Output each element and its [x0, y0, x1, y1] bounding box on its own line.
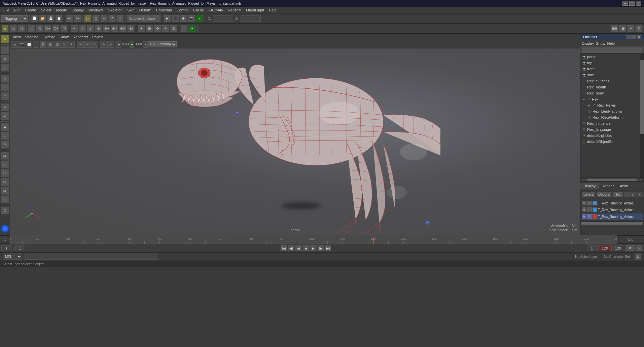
paint-tool[interactable]: ◁: [9, 25, 17, 32]
play-back-btn[interactable]: ◀: [295, 245, 302, 252]
minimize-button[interactable]: ─: [622, 1, 628, 6]
render-btn1[interactable]: ▶: [164, 15, 171, 22]
outliner-show-menu[interactable]: Show: [596, 41, 605, 45]
scale-btn[interactable]: ⤢: [1, 64, 9, 72]
layer-p-btn-3[interactable]: P: [587, 214, 592, 219]
channel-box-btn[interactable]: ▦: [619, 25, 627, 32]
poly-btn[interactable]: △: [1, 75, 9, 83]
outliner-item-rex-group[interactable]: ▶ □ Rex_: [580, 96, 640, 102]
menu-item-skeleton[interactable]: Skeleton: [106, 7, 124, 13]
rotate-manip[interactable]: ↗: [79, 25, 86, 32]
menu-item-help[interactable]: Help: [267, 7, 279, 13]
restore-button[interactable]: □: [629, 1, 635, 6]
go-end-btn[interactable]: ▶|: [325, 245, 331, 252]
shading-menu[interactable]: Shading: [24, 35, 40, 39]
subd-btn[interactable]: ⬡: [1, 92, 9, 100]
panels-menu[interactable]: Panels: [91, 35, 105, 39]
layer-del-btn[interactable]: ✕: [637, 192, 642, 197]
close-button[interactable]: ✕: [636, 1, 641, 6]
snap-view-plane[interactable]: +: [162, 25, 169, 32]
vp-isolate-btn[interactable]: ⊚: [100, 41, 107, 48]
layer-color-1[interactable]: [593, 201, 597, 205]
z-input[interactable]: [241, 15, 261, 22]
layer-btn2[interactable]: L2: [1, 160, 9, 168]
vp-camera-btn[interactable]: 📷: [19, 41, 25, 48]
save-as-button[interactable]: 📋: [55, 15, 63, 22]
select-button[interactable]: ▷: [84, 15, 92, 22]
play-end-input[interactable]: [613, 245, 623, 251]
outliner-item-rex-lleg[interactable]: ⬡ Rex_LlegPlatform: [580, 108, 640, 114]
move-button[interactable]: ✛: [100, 15, 108, 22]
outliner-item-top[interactable]: 📷 top: [580, 60, 640, 66]
outliner-display-menu[interactable]: Display: [582, 41, 594, 45]
paint-weights-btn[interactable]: ✏: [1, 103, 9, 111]
menu-item-create[interactable]: Create: [23, 7, 38, 13]
snap-grid[interactable]: ✦: [138, 25, 145, 32]
lasso-button[interactable]: ⊡: [92, 15, 100, 22]
menu-item-control[interactable]: Control: [175, 7, 190, 13]
outliner-horizontal-scrollbar[interactable]: [580, 178, 644, 182]
preferences-btn[interactable]: ⚙: [635, 253, 641, 260]
lasso-select[interactable]: ⬡●: [44, 25, 51, 32]
new-button[interactable]: 📄: [31, 15, 38, 22]
layers-menu[interactable]: Layers: [582, 192, 595, 197]
display-settings-btn[interactable]: ◉: [1, 123, 9, 131]
layer-up-btn[interactable]: △: [643, 192, 644, 197]
layer-btn3[interactable]: L3: [1, 169, 9, 177]
outliner-item-rex-clutches[interactable]: ⬡ Rex_clutches: [580, 78, 640, 84]
menu-item-redshift[interactable]: Redshift: [226, 7, 243, 13]
sub-frame-input[interactable]: [15, 245, 25, 251]
vp-gamma-icon[interactable]: ●: [143, 41, 148, 48]
select-mode-btn[interactable]: ◈: [1, 35, 9, 43]
render-btn3[interactable]: ⏺: [180, 15, 187, 22]
scale-manip[interactable]: ↙: [87, 25, 94, 32]
menu-item-modify[interactable]: Modify: [54, 7, 69, 13]
layer-v-btn-2[interactable]: V: [582, 207, 586, 212]
redo-button[interactable]: ↪: [74, 15, 81, 22]
help-menu-layer[interactable]: Help: [613, 192, 623, 197]
vp-val2-btn[interactable]: ■: [130, 41, 134, 48]
frame-input[interactable]: [1, 245, 11, 251]
anim-tab[interactable]: Anim: [617, 183, 631, 189]
layer-btn5[interactable]: L5: [1, 187, 9, 195]
layer-p-btn-2[interactable]: P: [587, 207, 592, 212]
history-toggle[interactable]: ⋮: [180, 25, 188, 32]
outliner-item-persp[interactable]: 📷 persp: [580, 54, 640, 60]
menu-item-constrain[interactable]: Constrain: [154, 7, 174, 13]
render-btn2[interactable]: ⬛: [172, 15, 179, 22]
menu-item-deform[interactable]: Deform: [137, 7, 153, 13]
layer-v-btn-1[interactable]: V: [582, 201, 586, 205]
artisan-btn[interactable]: 🖌: [1, 112, 9, 120]
grid-btn[interactable]: ⊞: [1, 132, 9, 140]
render-settings2[interactable]: ●: [188, 25, 196, 32]
outliner-item-rex-language[interactable]: ⬡ Rex_language: [580, 126, 640, 132]
rotate-btn[interactable]: ↺: [1, 55, 9, 63]
outliner-item-rex-body[interactable]: ⬡ Rex_body: [580, 90, 640, 96]
layer-btn6[interactable]: L6: [1, 195, 9, 203]
render-tab[interactable]: Render: [599, 183, 617, 189]
audio-btn[interactable]: ♪: [636, 245, 643, 252]
snap-live[interactable]: ⊡: [170, 25, 177, 32]
layer-color-2[interactable]: [593, 207, 597, 212]
outliner-search-input[interactable]: [582, 47, 643, 53]
nurbs-btn[interactable]: ⌒: [1, 83, 9, 91]
vp-smooth3-btn[interactable]: ③: [91, 41, 98, 48]
menu-item-edit[interactable]: Edit: [12, 7, 23, 13]
save-button[interactable]: 💾: [47, 15, 55, 22]
rect-select[interactable]: ▭: [28, 25, 35, 32]
open-button[interactable]: 📂: [39, 15, 46, 22]
vp-shade-btn[interactable]: ◫: [54, 41, 61, 48]
surface-select[interactable]: ◫: [60, 25, 68, 32]
scale-button[interactable]: ⤢: [116, 15, 124, 22]
move-manip[interactable]: ↖: [71, 25, 78, 32]
tool-settings-btn[interactable]: ⚙: [635, 25, 643, 32]
universal-manip[interactable]: ⊕: [95, 25, 102, 32]
outliner-item-default-object-set[interactable]: □ defaultObjectSet: [580, 139, 640, 145]
render-btn5[interactable]: ●: [196, 15, 203, 22]
menu-item-openflight[interactable]: OpenFlight: [244, 7, 266, 13]
renderer-menu[interactable]: Renderer: [71, 35, 90, 39]
vp-bounding-btn[interactable]: ⬡: [107, 41, 114, 48]
time-ruler[interactable]: 1102030405060708090100110120130140150160…: [10, 235, 617, 244]
rotate-button[interactable]: ↺: [108, 15, 116, 22]
stop-btn[interactable]: ■: [302, 245, 309, 252]
